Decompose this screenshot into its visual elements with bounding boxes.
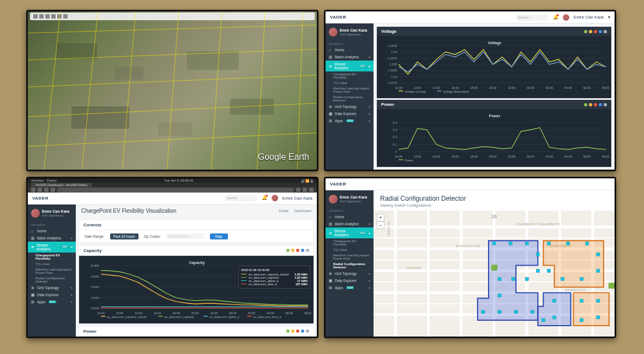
grid-node[interactable] [547,269,550,272]
grid-node[interactable] [536,253,539,256]
sidebar-item-topology[interactable]: ⊚Grid Topology▾ [28,284,76,291]
browser-toolbar[interactable] [28,187,317,193]
svg-text:2 kWh: 2 kWh [91,296,99,299]
feeder-zone-1[interactable] [478,241,538,320]
date-range-select[interactable]: Past 24 hours [110,233,139,239]
sidebar-sub-radial[interactable]: Radial Configuration Detector [28,275,76,284]
sidebar-sub-ml[interactable]: Machine Learning based Power Flow [28,267,76,275]
sidebar-item-home[interactable]: ⌂Home [326,213,374,220]
sidebar-sub-radial[interactable]: Radial Configuration Detector [326,94,374,103]
sidebar-item-stream[interactable]: ≋Stream Analytics NEW▾ [326,61,374,71]
gnome-top-bar[interactable]: Activities Firefox Tue Jan 9, 09:05:42 🔊… [28,178,317,183]
sidebar-sub-chargepoint[interactable]: Chargepoint EV Flexibility [326,71,374,80]
grid-node[interactable] [498,278,501,281]
sidebar-sub-chargepoint[interactable]: Chargepoint EV Flexibility [28,253,76,261]
grid-node[interactable] [531,310,534,314]
sidebar-sub-ml[interactable]: Machine Learning based Power Flow [326,86,374,94]
sidebar-sub-chargepoint[interactable]: Chargepoint EV Flexibility [326,238,374,247]
svg-line-10 [257,11,265,171]
sidebar-item-topology[interactable]: ⊚Grid Topology▾ [326,270,374,277]
power-chart[interactable]: Power00.10.20.30.410:0012:0014:0016:0018… [377,109,611,167]
zoom-in-button[interactable]: + [377,214,384,221]
grid-node[interactable] [552,299,556,303]
capacity-chart[interactable]: Capacity0 kWh2 kWh4 kWh6 kWh8 kWh10:0012… [79,256,314,323]
sidebar-sub-tcl[interactable]: TCL Data [28,261,76,267]
grid-node[interactable] [586,242,589,245]
sidebar-item-batch[interactable]: ▥Batch Analytics▾ [28,235,76,242]
chart-icon: ▥ [31,236,35,240]
feeder-zone-3[interactable] [543,241,604,287]
grid-node[interactable] [482,310,485,314]
sidebar-item-apps[interactable]: ⊞Apps NEW▾ [28,298,76,305]
grid-node[interactable] [525,278,528,281]
app-brand: VADER [32,196,49,201]
sidebar-item-stream[interactable]: ≋Stream Analytics NEW▾ [28,242,76,253]
substation-pin[interactable]: 🟩 [608,282,615,289]
chevron-down-icon[interactable]: ▾ [608,15,610,20]
card-controls[interactable] [286,329,309,333]
sidebar-item-batch[interactable]: ▥Batch Analytics▾ [326,220,374,227]
grid-node[interactable] [597,253,600,256]
breadcrumb[interactable]: Dashboard [294,209,311,213]
grid-node[interactable] [514,310,517,314]
breadcrumb[interactable]: Home [279,209,288,213]
sidebar-item-batch[interactable]: ▥Batch Analytics▾ [326,53,374,61]
search-input[interactable]: Search [225,195,257,201]
grid-node[interactable] [597,299,600,303]
browser-tab[interactable]: VADER Dashboard - Mozilla Firefox [31,183,92,187]
address-bar[interactable] [57,188,294,193]
sidebar-item-explorer[interactable]: ▦Data Explorer▾ [326,277,374,284]
satellite-view[interactable]: Google Earth [28,11,317,170]
grid-node[interactable] [492,242,496,245]
grid-node[interactable] [580,278,583,281]
avatar[interactable] [563,14,569,21]
grid-node[interactable] [525,242,528,245]
sidebar-sub-radial[interactable]: Radial Configuration Detector [326,261,374,270]
grid-node[interactable] [541,319,545,322]
svg-text:02:00: 02:00 [248,311,255,315]
grid-node[interactable] [509,242,512,245]
feeder-zone-4[interactable] [574,293,609,326]
card-controls[interactable] [286,249,309,252]
browser-tabs[interactable]: VADER Dashboard - Mozilla Firefox [28,183,317,187]
avatar[interactable] [272,195,278,201]
grid-node[interactable] [561,278,564,281]
sidebar-item-apps[interactable]: ⊞Apps NEW▾ [326,284,374,291]
voltage-chart[interactable]: Voltage1.02751.031.03251.0351.03751.041.… [377,36,611,98]
bell-icon[interactable]: 🔔 [262,195,267,201]
grid-node[interactable] [498,294,501,297]
svg-text:1.035: 1.035 [389,63,397,66]
grid-node[interactable] [511,278,515,281]
sidebar-item-home[interactable]: ⌂Home [326,46,374,53]
map-view[interactable]: + − [374,211,615,337]
zoom-out-button[interactable]: − [377,221,384,229]
grid-node[interactable] [552,316,556,319]
sidebar-item-explorer[interactable]: ▦Data Explorer▾ [28,291,76,298]
grid-node[interactable] [567,242,570,245]
grid-node[interactable] [580,319,583,322]
bell-icon[interactable]: 🔔 [553,15,558,20]
map-button[interactable]: Map [210,233,228,239]
grid-node[interactable] [547,242,550,245]
zip-input[interactable]: Add filters here... [166,233,204,239]
sidebar-item-apps[interactable]: ⊞Apps NEW▾ [326,117,374,124]
sidebar-sub-ml[interactable]: Machine Learning based Power Flow [326,253,374,261]
sidebar-sub-tcl[interactable]: TCL Data [326,80,374,86]
card-controls[interactable] [584,103,607,106]
grid-node[interactable] [597,269,600,272]
sidebar-item-home[interactable]: ⌂Home [28,227,76,235]
username[interactable]: Emre Can Kara [282,196,312,201]
sidebar-sub-tcl[interactable]: TCL Data [326,247,374,253]
grid-node[interactable] [597,316,600,319]
username[interactable]: Emre Can Kara [574,15,604,20]
substation-pin[interactable]: 🟩 [491,264,498,271]
sidebar-item-topology[interactable]: ⊚Grid Topology▾ [326,103,374,110]
grid-node[interactable] [536,269,539,272]
grid-node[interactable] [580,299,583,303]
search-input[interactable]: Search⌕ [516,14,549,21]
card-controls[interactable] [584,30,607,33]
sidebar-item-stream[interactable]: ≋Stream Analytics NEW▾ [326,227,374,238]
system-tray[interactable]: 🔊 📶 ⏻ [301,179,314,183]
grid-node[interactable] [498,310,501,314]
sidebar-item-explorer[interactable]: ▦Data Explorer▾ [326,110,374,117]
